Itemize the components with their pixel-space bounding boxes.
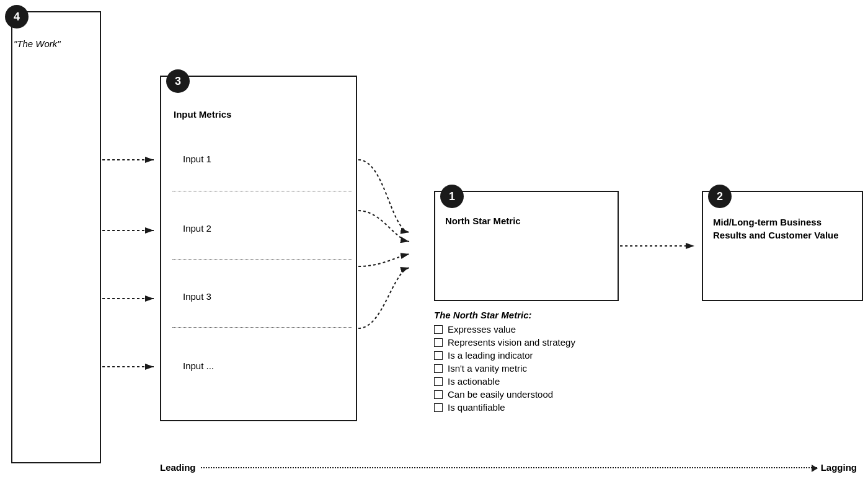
input-3: Input 3 bbox=[183, 291, 211, 302]
input-metrics-label: Input Metrics bbox=[174, 109, 231, 120]
checkbox-3 bbox=[434, 364, 443, 373]
north-star-box bbox=[434, 191, 619, 301]
criteria-item-2: Is a leading indicator bbox=[434, 350, 575, 361]
badge-1: 1 bbox=[440, 185, 464, 208]
checkbox-5 bbox=[434, 390, 443, 399]
checkbox-2 bbox=[434, 351, 443, 360]
north-star-label: North Star Metric bbox=[445, 216, 521, 226]
checkbox-1 bbox=[434, 338, 443, 347]
badge-3: 3 bbox=[166, 69, 190, 93]
criteria-text-3: Isn't a vanity metric bbox=[448, 363, 527, 374]
criteria-item-3: Isn't a vanity metric bbox=[434, 363, 575, 374]
input-ellipsis: Input ... bbox=[183, 361, 214, 371]
checkbox-4 bbox=[434, 377, 443, 386]
criteria-text-5: Can be easily understood bbox=[448, 389, 553, 400]
criteria-text-0: Expresses value bbox=[448, 324, 516, 335]
criteria-text-2: Is a leading indicator bbox=[448, 350, 533, 361]
criteria-text-1: Represents vision and strategy bbox=[448, 337, 575, 348]
criteria-item-4: Is actionable bbox=[434, 376, 575, 387]
sep-2 bbox=[172, 259, 352, 260]
nsm-criteria-title: The North Star Metric: bbox=[434, 310, 575, 320]
mid-long-label: Mid/Long-term Business Results and Custo… bbox=[713, 216, 849, 242]
lagging-label: Lagging bbox=[821, 462, 857, 473]
criteria-item-0: Expresses value bbox=[434, 324, 575, 335]
input-2: Input 2 bbox=[183, 223, 211, 234]
nsm-criteria: The North Star Metric: Expresses value R… bbox=[434, 310, 575, 415]
badge-4: 4 bbox=[5, 5, 29, 28]
leading-lagging-line bbox=[201, 467, 817, 468]
criteria-item-6: Is quantifiable bbox=[434, 402, 575, 413]
input-1: Input 1 bbox=[183, 154, 211, 164]
checkbox-0 bbox=[434, 325, 443, 334]
mid-long-box bbox=[702, 191, 863, 301]
badge-2: 2 bbox=[708, 185, 732, 208]
criteria-text-4: Is actionable bbox=[448, 376, 500, 387]
criteria-text-6: Is quantifiable bbox=[448, 402, 505, 413]
work-box bbox=[11, 11, 101, 463]
criteria-item-5: Can be easily understood bbox=[434, 389, 575, 400]
sep-1 bbox=[172, 191, 352, 191]
sep-3 bbox=[172, 327, 352, 328]
checkbox-6 bbox=[434, 403, 443, 412]
leading-label: Leading bbox=[160, 462, 196, 473]
criteria-item-1: Represents vision and strategy bbox=[434, 337, 575, 348]
canvas: 4 "The Work" 3 Input Metrics Input 1 Inp… bbox=[0, 0, 868, 490]
leading-lagging-bar: Leading Lagging bbox=[160, 462, 857, 473]
work-label: "The Work" bbox=[14, 38, 61, 49]
